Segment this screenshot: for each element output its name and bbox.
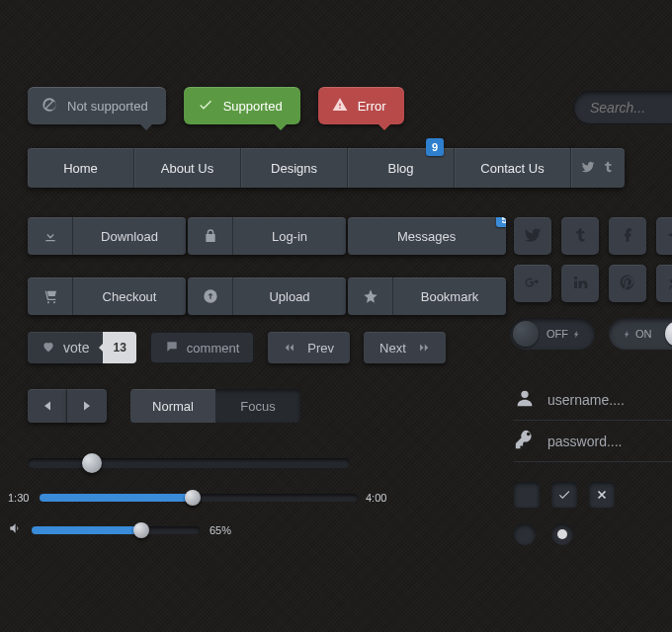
social-grill[interactable] <box>656 265 672 302</box>
generic-slider[interactable] <box>28 458 350 468</box>
step-next[interactable] <box>67 389 107 423</box>
checkout-button[interactable]: Checkout <box>28 277 186 315</box>
badge-label: Supported <box>223 99 283 114</box>
time-start: 1:30 <box>8 492 32 504</box>
supported-badge: Supported <box>184 87 300 124</box>
download-button[interactable]: Download <box>28 217 186 255</box>
step-prev[interactable] <box>28 389 67 423</box>
prohibited-icon <box>42 97 57 116</box>
vote-group: vote 13 <box>28 332 136 363</box>
nav-blog-badge: 9 <box>426 138 444 156</box>
nav-designs[interactable]: Designs <box>241 148 348 188</box>
upload-button[interactable]: Upload <box>188 277 346 315</box>
grill-icon <box>666 274 672 294</box>
check-icon <box>557 488 571 502</box>
messages-button[interactable]: Messages 5 <box>348 217 506 255</box>
arrow-stepper <box>28 389 107 423</box>
next-button[interactable]: Next <box>364 332 446 363</box>
password-placeholder: password.... <box>547 434 622 449</box>
twitter-icon <box>581 160 595 177</box>
toggle-off[interactable]: OFF <box>510 318 595 350</box>
social-grid <box>514 217 672 302</box>
username-field[interactable]: username.... <box>514 379 672 421</box>
warning-icon <box>332 97 348 116</box>
time-slider[interactable] <box>40 494 358 502</box>
time-slider-row: 1:30 4:00 <box>8 492 389 504</box>
googleplus-icon <box>524 274 542 294</box>
toggle-on[interactable]: ON <box>609 318 672 350</box>
social-share[interactable] <box>656 217 672 255</box>
nav-about[interactable]: About Us <box>134 148 241 188</box>
volume-label: 65% <box>210 524 233 536</box>
badge-label: Not supported <box>67 99 148 114</box>
badge-label: Error <box>358 99 386 114</box>
login-button[interactable]: Log-in <box>188 217 346 255</box>
cart-icon <box>28 277 73 315</box>
star-icon <box>348 277 393 315</box>
social-facebook[interactable] <box>609 217 646 255</box>
not-supported-badge: Not supported <box>28 87 166 124</box>
radio-selected[interactable] <box>551 523 573 545</box>
download-icon <box>28 217 73 255</box>
tab-group: Normal Focus <box>130 389 300 423</box>
nav-social[interactable] <box>571 148 625 188</box>
search-input[interactable] <box>573 91 672 124</box>
volume-icon <box>8 521 22 538</box>
upload-icon <box>188 277 233 315</box>
checkbox-checked[interactable] <box>551 482 577 508</box>
paperplane-icon <box>666 226 672 247</box>
comment-button[interactable]: comment <box>150 332 254 363</box>
twitter-icon <box>524 226 542 247</box>
tab-focus[interactable]: Focus <box>215 389 300 423</box>
time-end: 4:00 <box>366 492 389 504</box>
x-icon <box>595 488 609 502</box>
facebook-icon <box>619 226 636 247</box>
check-icon <box>198 97 213 116</box>
login-block: username.... password.... <box>514 379 672 545</box>
pinterest-icon <box>619 274 636 294</box>
vote-button[interactable]: vote <box>28 332 103 363</box>
social-pinterest[interactable] <box>609 265 646 302</box>
bolt-icon <box>623 330 631 339</box>
vote-count: 13 <box>103 332 135 363</box>
user-icon <box>514 387 536 412</box>
volume-slider-row: 65% <box>8 521 265 538</box>
tumblr-icon <box>571 226 589 247</box>
tumblr-icon <box>601 160 615 177</box>
linkedin-icon <box>571 274 589 294</box>
checkbox-unchecked[interactable] <box>514 482 540 508</box>
nav-contact[interactable]: Contact Us <box>455 148 571 188</box>
speech-icon <box>165 340 179 356</box>
heart-icon <box>42 340 55 356</box>
main-nav: Home About Us Designs Blog 9 Contact Us <box>28 148 625 188</box>
tab-normal[interactable]: Normal <box>130 389 215 423</box>
double-chevron-right-icon <box>416 341 430 356</box>
checkbox-clear[interactable] <box>589 482 615 508</box>
lock-icon <box>188 217 233 255</box>
double-chevron-left-icon <box>284 341 297 356</box>
volume-slider[interactable] <box>32 526 200 534</box>
nav-home[interactable]: Home <box>28 148 134 188</box>
messages-badge: 5 <box>496 217 506 227</box>
social-tumblr[interactable] <box>561 217 599 255</box>
social-linkedin[interactable] <box>561 265 599 302</box>
key-icon <box>514 429 536 453</box>
social-googleplus[interactable] <box>514 265 551 302</box>
bookmark-button[interactable]: Bookmark <box>348 277 506 315</box>
bolt-icon <box>572 330 581 339</box>
password-field[interactable]: password.... <box>514 421 672 462</box>
radio-unselected[interactable] <box>514 523 536 545</box>
username-placeholder: username.... <box>547 392 625 408</box>
nav-blog[interactable]: Blog 9 <box>348 148 455 188</box>
error-badge: Error <box>318 87 404 124</box>
prev-button[interactable]: Prev <box>268 332 350 363</box>
social-twitter[interactable] <box>514 217 551 255</box>
